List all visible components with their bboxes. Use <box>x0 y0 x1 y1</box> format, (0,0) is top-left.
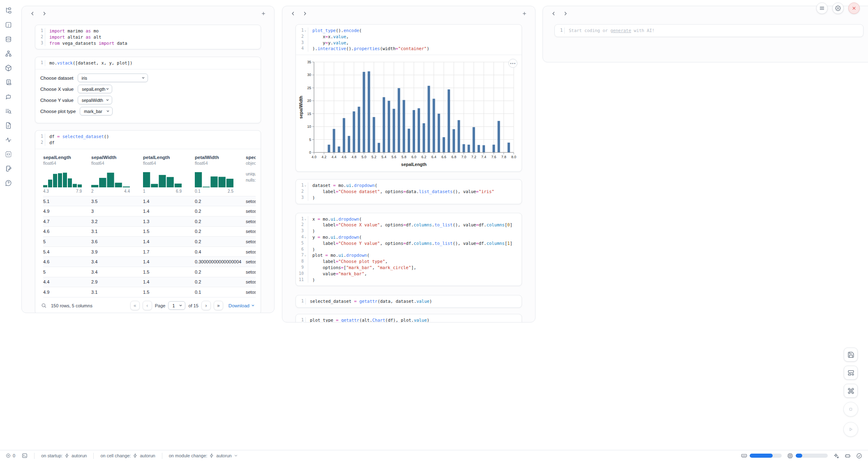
imports-cell[interactable]: 123import marimo as moimport altair as a… <box>35 25 261 49</box>
dependencies-icon[interactable] <box>3 48 14 59</box>
scroll-left-icon[interactable] <box>289 9 298 18</box>
code-line[interactable]: x=x.value, <box>312 34 429 40</box>
scroll-left-icon[interactable] <box>549 9 558 18</box>
add-cell-icon[interactable] <box>259 9 268 18</box>
scratchpad-icon[interactable] <box>3 163 14 174</box>
column-header[interactable]: petalWidthfloat640.12.5 <box>195 153 246 196</box>
on-cell-change-setting[interactable]: on cell change: autorun <box>100 453 155 458</box>
xy-plot-dropdown-cell[interactable]: 1⌄234⌄567⌄891011x = mo.ui.dropdown( labe… <box>295 213 522 286</box>
fold-arrow-icon[interactable]: ⌄ <box>304 28 307 34</box>
fold-arrow-icon[interactable]: ⌄ <box>304 234 307 240</box>
column-header[interactable]: speciesobjectunique:nulls: <box>246 153 256 196</box>
code-line[interactable]: y = mo.ui.dropdown( <box>312 234 512 240</box>
code-line[interactable]: label="Choose X value", options=df.colum… <box>312 222 512 228</box>
outputs-icon[interactable] <box>3 149 14 159</box>
documentation-icon[interactable] <box>3 77 14 88</box>
copilot-icon[interactable] <box>845 453 851 459</box>
first-page-button[interactable]: « <box>130 301 140 310</box>
column-header[interactable]: petalLengthfloat6416.9 <box>143 153 195 196</box>
code-line[interactable]: Start coding or generate with AI! <box>569 28 655 34</box>
empty-cell[interactable]: 1Start coding or generate with AI! <box>554 24 863 37</box>
code-line[interactable]: ) <box>312 195 494 201</box>
code-line[interactable]: ) <box>312 228 512 234</box>
tracing-icon[interactable] <box>3 134 14 145</box>
code-line[interactable]: df = selected_dataset() <box>49 134 109 140</box>
scroll-right-icon[interactable] <box>561 9 570 18</box>
on-module-change-setting[interactable]: on module change: autorun <box>169 453 238 458</box>
help-icon[interactable] <box>3 177 14 188</box>
error-indicator[interactable]: 0 <box>6 453 15 458</box>
page-select[interactable]: 1 <box>168 301 185 310</box>
interrupt-button[interactable] <box>843 402 858 417</box>
table-cell: 4.6 <box>43 229 91 234</box>
gear-icon[interactable] <box>832 2 844 14</box>
save-button[interactable] <box>844 348 858 362</box>
shortcuts-button[interactable] <box>844 384 858 398</box>
add-cell-icon[interactable] <box>520 9 529 18</box>
ai-sparkles-icon[interactable] <box>833 453 839 459</box>
code-line[interactable]: ) <box>312 247 512 253</box>
code-line[interactable]: dataset = mo.ui.dropdown( <box>312 182 494 189</box>
search-icon[interactable] <box>41 303 46 308</box>
code-line[interactable]: label="Choose plot type", <box>312 258 512 265</box>
file-explorer-icon[interactable] <box>3 5 14 16</box>
shutdown-icon[interactable] <box>848 2 860 14</box>
code-line[interactable]: import marimo as mo <box>49 28 127 34</box>
fold-arrow-icon[interactable]: ⌄ <box>304 182 307 189</box>
dataset-select[interactable]: iris <box>78 74 148 82</box>
menu-icon[interactable] <box>816 2 828 14</box>
code-line[interactable]: df <box>49 140 109 146</box>
code-line[interactable]: selected_dataset = getattr(data, dataset… <box>310 298 432 304</box>
line-number: 2 <box>301 34 307 40</box>
download-button[interactable]: Download <box>229 303 255 308</box>
fold-arrow-icon[interactable]: ⌄ <box>304 216 307 222</box>
terminal-button[interactable] <box>22 453 28 459</box>
code-line[interactable]: plot_type = getattr(alt.Chart(df), plot.… <box>310 317 429 323</box>
next-page-button[interactable]: › <box>201 301 211 310</box>
connection-status-icon[interactable] <box>856 453 862 459</box>
dataset-dropdown-cell[interactable]: 1⌄23dataset = mo.ui.dropdown( label="Cho… <box>295 179 522 204</box>
code-line[interactable]: from vega_datasets import data <box>49 40 127 46</box>
run-button[interactable] <box>843 422 858 437</box>
packages-icon[interactable] <box>3 62 14 73</box>
code-line[interactable]: plot_type().encode( <box>312 28 429 34</box>
prev-page-button[interactable]: ‹ <box>143 301 152 310</box>
scroll-left-icon[interactable] <box>28 9 37 18</box>
code-line[interactable]: options=["mark_bar", "mark_circle"], <box>312 265 512 271</box>
scroll-right-icon[interactable] <box>300 9 309 18</box>
vstack-code[interactable]: 1mo.vstack([dataset, x, y, plot]) <box>35 57 261 69</box>
last-page-button[interactable]: » <box>214 301 223 310</box>
layout-button[interactable] <box>844 366 858 380</box>
plot-type-cell[interactable]: 1plot_type = getattr(alt.Chart(df), plot… <box>295 314 522 323</box>
code-line[interactable]: x = mo.ui.dropdown( <box>312 216 512 222</box>
selected-dataset-cell[interactable]: 1selected_dataset = getattr(data, datase… <box>295 295 522 308</box>
code-line[interactable]: label="Choose Y value", options=df.colum… <box>312 240 512 247</box>
lightning-icon <box>133 453 138 458</box>
x-value-select[interactable]: sepalLength <box>78 85 112 93</box>
df-code[interactable]: 12df = selected_dataset()df <box>35 131 261 149</box>
fold-arrow-icon[interactable]: ⌄ <box>304 252 307 258</box>
y-value-select[interactable]: sepalWidth <box>78 96 112 104</box>
scroll-right-icon[interactable] <box>40 9 49 18</box>
code-line[interactable]: label="Choose dataset", options=data.lis… <box>312 189 494 195</box>
code-line[interactable]: plot = mo.ui.dropdown( <box>312 252 512 258</box>
line-number: 4 <box>301 46 307 52</box>
code-line[interactable]: ).interactive().properties(width="contai… <box>312 46 429 52</box>
on-startup-setting[interactable]: on startup: autorun <box>41 453 87 458</box>
logs-icon[interactable] <box>3 106 14 116</box>
code-line[interactable]: ) <box>312 277 512 283</box>
snippets-icon[interactable] <box>3 120 14 131</box>
svg-text:4.4: 4.4 <box>332 155 337 159</box>
code-line[interactable]: import altair as alt <box>49 34 127 40</box>
column-header[interactable]: sepalWidthfloat6424.4 <box>91 153 143 196</box>
line-number: 1 <box>41 60 44 66</box>
variables-icon[interactable]: f <box>3 19 14 30</box>
code-line[interactable]: y=y.value, <box>312 40 429 46</box>
plot-type-select[interactable]: mark_bar <box>80 107 113 115</box>
code-line[interactable]: value="mark_bar", <box>312 271 512 277</box>
ai-chat-icon[interactable] <box>3 91 14 102</box>
datasources-icon[interactable] <box>3 34 14 44</box>
code-line[interactable]: mo.vstack([dataset, x, y, plot]) <box>49 60 132 66</box>
column-header[interactable]: sepalLengthfloat644.37.9 <box>43 153 91 196</box>
plot-code[interactable]: 1⌄234plot_type().encode( x=x.value, y=y.… <box>296 25 522 55</box>
